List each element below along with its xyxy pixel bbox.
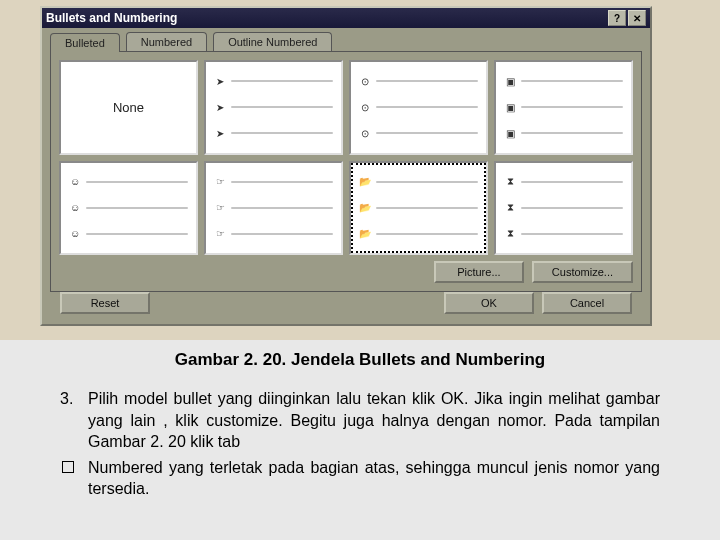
ok-button[interactable]: OK: [444, 292, 534, 314]
arrow-icon: ➤: [214, 128, 226, 139]
smiley-icon: ☺: [69, 202, 81, 213]
square-icon: ▣: [504, 128, 516, 139]
bullet-option-smiley[interactable]: ☺ ☺ ☺: [59, 161, 198, 256]
dialog-title: Bullets and Numbering: [46, 11, 606, 25]
instruction-paragraph-2: Numbered yang terletak pada bagian atas,…: [60, 457, 660, 500]
dot-icon: ⊙: [359, 128, 371, 139]
arrow-icon: ➤: [214, 76, 226, 87]
help-button[interactable]: ?: [608, 10, 626, 26]
square-icon: ▣: [504, 102, 516, 113]
tab-outline-numbered[interactable]: Outline Numbered: [213, 32, 332, 51]
bullet-option-hourglass[interactable]: ⧗ ⧗ ⧗: [494, 161, 633, 256]
picture-button[interactable]: Picture...: [434, 261, 524, 283]
arrow-icon: ➤: [214, 102, 226, 113]
tab-pane-bulleted: None ➤ ➤ ➤ ⊙ ⊙ ⊙ ▣ ▣ ▣: [50, 51, 642, 292]
bullet-option-dot[interactable]: ⊙ ⊙ ⊙: [349, 60, 488, 155]
tab-strip: Bulleted Numbered Outline Numbered: [50, 32, 642, 51]
bullet-option-arrow[interactable]: ➤ ➤ ➤: [204, 60, 343, 155]
bullet-option-square[interactable]: ▣ ▣ ▣: [494, 60, 633, 155]
tab-bulleted[interactable]: Bulleted: [50, 33, 120, 52]
bullet-option-folder[interactable]: 📂 📂 📂: [349, 161, 488, 256]
checkbox-icon: [62, 461, 74, 473]
dot-icon: ⊙: [359, 102, 371, 113]
close-button[interactable]: ✕: [628, 10, 646, 26]
bullet-style-grid: None ➤ ➤ ➤ ⊙ ⊙ ⊙ ▣ ▣ ▣: [59, 60, 633, 255]
bullet-option-pointer[interactable]: ☞ ☞ ☞: [204, 161, 343, 256]
pointer-icon: ☞: [214, 176, 226, 187]
pointer-icon: ☞: [214, 228, 226, 239]
none-label: None: [113, 100, 144, 115]
cancel-button[interactable]: Cancel: [542, 292, 632, 314]
customize-button[interactable]: Customize...: [532, 261, 633, 283]
smiley-icon: ☺: [69, 228, 81, 239]
folder-icon: 📂: [359, 228, 371, 239]
reset-button[interactable]: Reset: [60, 292, 150, 314]
smiley-icon: ☺: [69, 176, 81, 187]
bullet-option-none[interactable]: None: [59, 60, 198, 155]
hourglass-icon: ⧗: [504, 202, 516, 213]
bullets-numbering-dialog: Bullets and Numbering ? ✕ Bulleted Numbe…: [40, 6, 652, 326]
figure-caption: Gambar 2. 20. Jendela Bullets and Number…: [60, 350, 660, 370]
folder-icon: 📂: [359, 202, 371, 213]
square-icon: ▣: [504, 76, 516, 87]
titlebar: Bullets and Numbering ? ✕: [42, 8, 650, 28]
tab-numbered[interactable]: Numbered: [126, 32, 207, 51]
dot-icon: ⊙: [359, 76, 371, 87]
pointer-icon: ☞: [214, 202, 226, 213]
hourglass-icon: ⧗: [504, 176, 516, 187]
list-number: 3.: [60, 388, 88, 453]
hourglass-icon: ⧗: [504, 228, 516, 239]
instruction-paragraph-1: 3. Pilih model bullet yang diinginkan la…: [60, 388, 660, 453]
folder-icon: 📂: [359, 176, 371, 187]
